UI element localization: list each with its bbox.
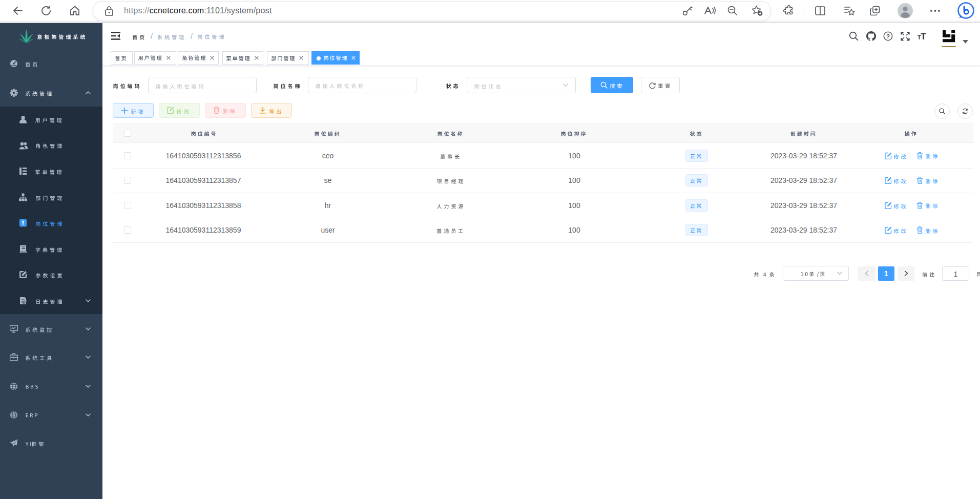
svg-text:?: ? (886, 33, 890, 39)
